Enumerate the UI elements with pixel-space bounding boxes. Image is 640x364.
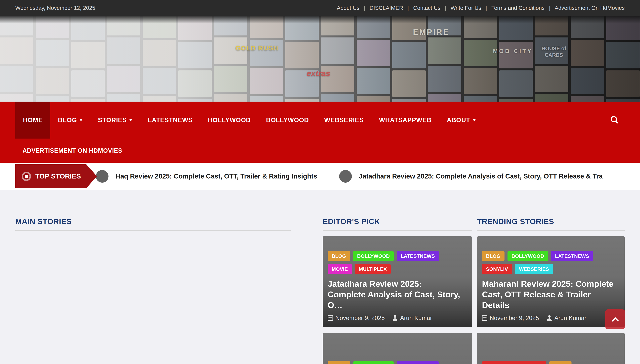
category-badge[interactable]: LATESTNEWS <box>397 361 439 364</box>
ticker-dot-icon <box>96 170 109 183</box>
category-badge[interactable]: BLOG <box>482 251 504 261</box>
category-badges: BLOGBOLLYWOODLATESTNEWSMOVIEMULTIPLEX <box>328 251 467 277</box>
category-badges: AMAZON PRIME VIDEOBLOG <box>477 361 574 364</box>
main-stories-heading: MAIN STORIES <box>15 217 291 226</box>
ticker-headline[interactable]: Jatadhara Review 2025: Complete Analysis… <box>359 172 603 180</box>
topbar-links: About Us|DISCLAIMER|Contact Us|Write For… <box>337 5 625 11</box>
story-title: Jatadhara Review 2025: Complete Analysis… <box>328 278 467 310</box>
chevron-down-icon <box>129 119 133 121</box>
category-badges: BLOGBOLLYWOODLATESTNEWS <box>323 361 442 364</box>
category-badge[interactable]: LATESTNEWS <box>397 251 439 261</box>
story-title: Maharani Review 2025: Complete Cast, OTT… <box>482 278 620 310</box>
story-author: Arun Kumar <box>554 314 586 322</box>
banner-overlay <box>0 16 640 102</box>
nav-primary-row: HOMEBLOGSTORIESLATESTNEWSHOLLYWOODBOLLYW… <box>0 102 640 138</box>
topbar-link[interactable]: Contact Us <box>413 5 440 11</box>
header-banner: EMPIRE GOLD RUSH MOB CITY HOUSE of CARDS… <box>0 16 640 102</box>
separator: | <box>445 5 446 11</box>
nav-item-label: STORIES <box>98 116 127 124</box>
topbar-link[interactable]: Terms and Conditions <box>491 5 544 11</box>
topbar-link[interactable]: Write For Us <box>451 5 481 11</box>
content-area: MAIN STORIES EDITOR'S PICK BLOGBOLLYWOOD… <box>0 190 640 364</box>
separator: | <box>408 5 409 11</box>
editors-pick-column: EDITOR'S PICK BLOGBOLLYWOODLATESTNEWSMOV… <box>323 217 472 364</box>
scroll-to-top-button[interactable] <box>605 310 625 329</box>
calendar-icon <box>328 315 333 321</box>
poster-title: EMPIRE <box>413 28 449 36</box>
story-date: November 9, 2025 <box>490 314 539 322</box>
section-divider <box>15 230 291 230</box>
nav-item-advertisement[interactable]: ADVERTISEMENT ON HDMOVIES <box>23 147 122 154</box>
category-badge[interactable]: MOVIE <box>328 264 352 274</box>
nav-item-label: BLOG <box>58 116 77 124</box>
topbar-link[interactable]: About Us <box>337 5 360 11</box>
main-navigation: HOMEBLOGSTORIESLATESTNEWSHOLLYWOODBOLLYW… <box>0 102 640 163</box>
nav-item-webseries[interactable]: WEBSERIES <box>316 102 371 138</box>
nav-item-label: HOME <box>23 116 43 124</box>
story-author-wrap: Arun Kumar <box>392 314 432 322</box>
story-card[interactable]: BLOGBOLLYWOODLATESTNEWSSONYLIVWEBSERIES … <box>477 236 625 327</box>
author-icon <box>547 315 552 321</box>
nav-item-stories[interactable]: STORIES <box>90 102 140 138</box>
calendar-icon <box>482 315 487 321</box>
category-badges: BLOGBOLLYWOODLATESTNEWSSONYLIVWEBSERIES <box>482 251 620 277</box>
section-divider <box>477 230 625 230</box>
poster-title: MOB CITY <box>493 48 533 54</box>
top-stories-badge: TOP STORIES <box>15 164 97 188</box>
category-badge[interactable]: SONYLIV <box>482 264 512 274</box>
ticker-dot-icon <box>339 170 352 183</box>
record-bullet-icon <box>22 172 31 181</box>
category-badge[interactable]: LATESTNEWS <box>551 251 593 261</box>
category-badge[interactable]: BLOG <box>328 251 350 261</box>
topbar-link[interactable]: DISCLAIMER <box>370 5 403 11</box>
ticker-headline[interactable]: Haq Review 2025: Complete Cast, OTT, Tra… <box>116 172 317 180</box>
story-meta: November 9, 2025 Arun Kumar <box>328 314 467 322</box>
main-stories-column: MAIN STORIES <box>15 217 291 230</box>
nav-item-blog[interactable]: BLOG <box>50 102 90 138</box>
search-icon[interactable] <box>610 116 619 124</box>
story-date: November 9, 2025 <box>335 314 385 322</box>
chevron-down-icon <box>473 119 476 121</box>
nav-item-label: ABOUT <box>447 116 470 124</box>
story-card[interactable]: AMAZON PRIME VIDEOBLOG <box>477 333 625 364</box>
poster-title: GOLD RUSH <box>235 44 278 52</box>
card-caption: BLOGBOLLYWOODLATESTNEWSSONYLIVWEBSERIES … <box>482 251 620 322</box>
poster-title: HOUSE of CARDS <box>536 46 571 58</box>
nav-item-label: HOLLYWOOD <box>208 116 251 124</box>
separator: | <box>549 5 550 11</box>
nav-item-label: WEBSERIES <box>324 116 364 124</box>
nav-item-whatsappweb[interactable]: WHATSAPPWEB <box>371 102 439 138</box>
nav-item-about[interactable]: ABOUT <box>439 102 483 138</box>
chevron-down-icon <box>79 119 83 121</box>
category-badge[interactable]: BOLLYWOOD <box>507 251 548 261</box>
story-card[interactable]: BLOGBOLLYWOODLATESTNEWSMOVIEMULTIPLEX Ja… <box>323 236 472 327</box>
nav-item-label: WHATSAPPWEB <box>379 116 431 124</box>
ticker-edge-fade <box>602 163 640 190</box>
separator: | <box>364 5 365 11</box>
story-card[interactable]: BLOGBOLLYWOODLATESTNEWS <box>323 333 472 364</box>
current-date: Wednesday, November 12, 2025 <box>15 5 95 11</box>
story-meta: November 9, 2025 Arun Kumar <box>482 314 620 322</box>
nav-item-label: BOLLYWOOD <box>266 116 309 124</box>
nav-item-home[interactable]: HOME <box>15 102 50 138</box>
category-badge[interactable]: MULTIPLEX <box>355 264 391 274</box>
category-badge[interactable]: BLOG <box>549 361 572 364</box>
section-divider <box>323 230 472 230</box>
category-badge[interactable]: BOLLYWOOD <box>353 361 394 364</box>
nav-item-label: LATESTNEWS <box>148 116 193 124</box>
category-badge[interactable]: AMAZON PRIME VIDEO <box>482 361 546 364</box>
nav-item-bollywood[interactable]: BOLLYWOOD <box>258 102 317 138</box>
story-author-wrap: Arun Kumar <box>547 314 586 322</box>
story-author: Arun Kumar <box>400 314 432 322</box>
nav-item-latestnews[interactable]: LATESTNEWS <box>140 102 200 138</box>
category-badge[interactable]: BOLLYWOOD <box>353 251 394 261</box>
nav-item-hollywood[interactable]: HOLLYWOOD <box>200 102 258 138</box>
category-badge[interactable]: WEBSERIES <box>515 264 553 274</box>
nav-secondary-row: ADVERTISEMENT ON HDMOVIES <box>0 138 640 163</box>
poster-title: extras <box>307 69 330 78</box>
topbar-link[interactable]: Advertisement On HdMovies <box>555 5 625 11</box>
category-badge[interactable]: BLOG <box>328 361 350 364</box>
trending-stories-column: TRENDING STORIES BLOGBOLLYWOODLATESTNEWS… <box>477 217 625 364</box>
top-stories-label: TOP STORIES <box>35 172 81 180</box>
separator: | <box>486 5 487 11</box>
